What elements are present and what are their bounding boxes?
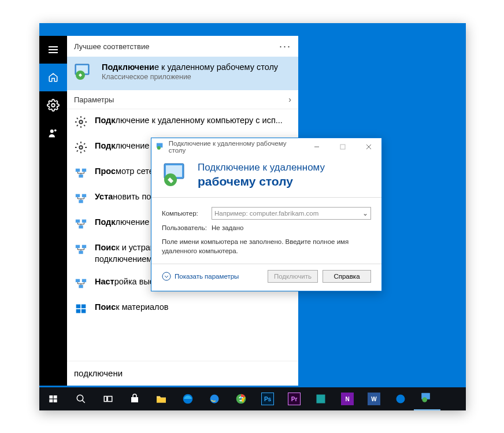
svg-rect-44 — [108, 397, 112, 402]
user-icon[interactable] — [39, 119, 67, 147]
svg-rect-9 — [82, 169, 86, 172]
maximize-button[interactable] — [329, 138, 355, 156]
svg-point-0 — [51, 103, 55, 107]
svg-rect-21 — [82, 279, 86, 283]
network-icon — [74, 166, 88, 180]
computer-label: Компьютер: — [162, 210, 206, 217]
start-button[interactable] — [39, 387, 67, 410]
rdp-banner-text: Подключение к удаленному рабочему столу — [198, 161, 325, 189]
windows-logo-icon — [74, 302, 88, 316]
best-match-subtitle: Классическое приложение — [102, 73, 278, 81]
search-result-item[interactable]: Подключение к удаленному компьютеру с ис… — [67, 109, 298, 135]
gear-icon — [74, 140, 88, 154]
svg-rect-30 — [340, 145, 345, 149]
result-label: Подключение к удаленному компьютеру с ис… — [95, 115, 283, 127]
svg-point-2 — [54, 129, 57, 132]
svg-rect-22 — [79, 285, 83, 288]
svg-point-54 — [422, 397, 427, 402]
word-icon[interactable]: W — [361, 387, 387, 410]
rdp-titlebar[interactable]: Подключение к удаленному рабочему столу — [151, 138, 381, 156]
chevron-right-icon: › — [288, 95, 291, 104]
svg-rect-25 — [76, 309, 81, 313]
minimize-button[interactable] — [303, 138, 329, 156]
chrome-icon[interactable] — [228, 387, 254, 410]
svg-rect-11 — [76, 194, 80, 198]
svg-point-41 — [77, 395, 83, 401]
connect-button[interactable]: Подключить — [268, 270, 318, 283]
file-explorer-icon[interactable] — [148, 387, 175, 410]
rdp-taskbar-icon[interactable] — [414, 387, 440, 410]
network-icon — [74, 191, 88, 205]
svg-rect-12 — [82, 194, 86, 198]
best-match-title: Подключение к удаленному рабочему столу — [102, 62, 278, 72]
user-label: Пользователь: — [162, 224, 206, 231]
hamburger-menu[interactable] — [39, 36, 67, 64]
taskbar: Ps Pr N W — [39, 387, 466, 410]
svg-rect-40 — [54, 399, 57, 402]
svg-point-1 — [50, 129, 54, 133]
svg-rect-13 — [79, 200, 83, 203]
more-options-icon[interactable]: ··· — [279, 40, 291, 53]
settings-section-header[interactable]: Параметры › — [67, 90, 298, 109]
svg-rect-15 — [82, 220, 86, 223]
app-icon[interactable] — [387, 387, 414, 410]
search-input[interactable] — [74, 368, 291, 378]
svg-rect-23 — [76, 305, 81, 309]
svg-point-47 — [210, 395, 219, 404]
network-icon — [74, 242, 88, 256]
help-button[interactable]: Справка — [323, 270, 371, 283]
gear-icon — [74, 115, 88, 129]
best-match-item[interactable]: Подключение к удаленному рабочему столу … — [67, 57, 298, 90]
chevron-down-circle-icon — [162, 272, 171, 281]
svg-point-7 — [79, 146, 83, 149]
svg-rect-43 — [104, 397, 107, 402]
chevron-down-icon: ⌄ — [362, 209, 368, 217]
onenote-icon[interactable]: N — [334, 387, 361, 410]
rdp-title-text: Подключение к удаленному рабочему столу — [169, 140, 303, 154]
photoshop-icon[interactable]: Ps — [254, 387, 281, 410]
svg-rect-38 — [54, 395, 57, 398]
svg-rect-10 — [79, 175, 83, 178]
svg-rect-37 — [49, 395, 53, 398]
premiere-icon[interactable]: Pr — [281, 387, 307, 410]
svg-line-42 — [82, 400, 85, 403]
svg-point-6 — [79, 120, 83, 124]
svg-rect-39 — [49, 399, 53, 402]
rdp-app-icon — [74, 62, 95, 83]
app-icon[interactable] — [307, 387, 334, 410]
svg-point-52 — [396, 395, 405, 404]
user-value: Не задано — [212, 224, 243, 231]
edge-icon[interactable] — [175, 387, 201, 410]
svg-rect-26 — [81, 309, 86, 313]
settings-gear-icon[interactable] — [39, 91, 67, 119]
svg-rect-14 — [76, 220, 80, 223]
rdp-dialog: Подключение к удаленному рабочему столу … — [151, 138, 382, 291]
search-result-item[interactable]: Поиск материалов — [67, 296, 298, 321]
home-icon[interactable] — [39, 64, 67, 91]
network-icon — [74, 276, 88, 290]
svg-rect-19 — [79, 251, 83, 254]
result-label: Поиск материалов — [95, 302, 169, 313]
ie-icon[interactable] — [201, 387, 228, 410]
svg-rect-45 — [157, 398, 166, 402]
task-view-icon[interactable] — [95, 387, 121, 410]
close-button[interactable] — [355, 138, 381, 156]
svg-rect-18 — [82, 245, 86, 249]
svg-rect-20 — [76, 279, 80, 283]
show-options-toggle[interactable]: Показать параметры — [162, 272, 239, 281]
rdp-banner-icon — [162, 161, 190, 189]
computer-combobox[interactable]: Например: computer.fabrikam.com ⌄ — [212, 207, 371, 220]
help-text: Поле имени компьютера не заполнено. Введ… — [162, 237, 371, 256]
store-icon[interactable] — [121, 387, 148, 410]
svg-rect-8 — [76, 169, 80, 172]
search-icon[interactable] — [67, 387, 95, 410]
svg-point-36 — [162, 272, 171, 280]
svg-point-28 — [157, 146, 161, 150]
best-match-label: Лучшее соответствие — [74, 42, 149, 51]
svg-rect-16 — [79, 225, 83, 229]
svg-rect-24 — [81, 305, 86, 309]
rdp-titlebar-icon — [156, 142, 165, 151]
svg-rect-51 — [317, 395, 325, 404]
start-left-rail — [39, 36, 67, 386]
svg-rect-17 — [76, 245, 80, 249]
